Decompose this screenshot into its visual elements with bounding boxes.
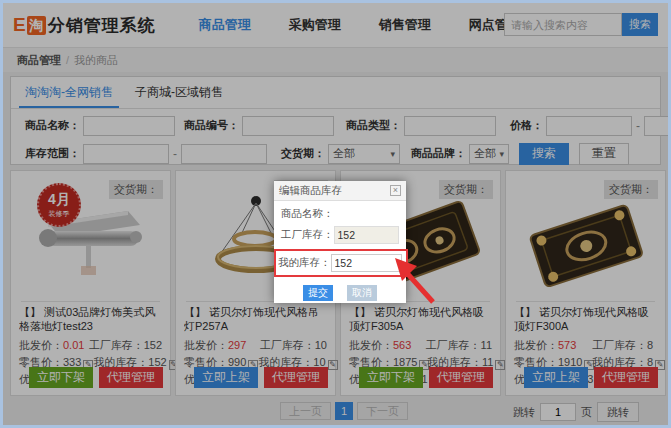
app-window: { "colors": { "accent": "#3a8ee6", "dang… bbox=[0, 0, 671, 428]
cancel-button[interactable]: 取消 bbox=[347, 285, 377, 301]
highlight-box: 我的库存： bbox=[274, 249, 408, 277]
modal-header[interactable]: 编辑商品库存 × bbox=[274, 181, 406, 201]
modal-actions: 提交 取消 bbox=[281, 285, 399, 301]
product-name-row: 商品名称： bbox=[281, 207, 399, 221]
modal-title: 编辑商品库存 bbox=[279, 184, 342, 198]
modal-product-name-label: 商品名称： bbox=[281, 207, 334, 221]
close-icon[interactable]: × bbox=[390, 185, 401, 196]
factory-stock-input bbox=[334, 226, 400, 244]
modal-factory-stock-label: 工厂库存： bbox=[281, 228, 334, 242]
my-stock-row: 我的库存： bbox=[278, 254, 402, 272]
factory-stock-row: 工厂库存： bbox=[281, 226, 399, 244]
modal-body: 商品名称： 工厂库存： 我的库存： 提交 取消 bbox=[274, 201, 406, 301]
submit-button[interactable]: 提交 bbox=[303, 285, 333, 301]
edit-stock-modal: 编辑商品库存 × 商品名称： 工厂库存： 我的库存： 提交 取消 bbox=[274, 181, 406, 303]
modal-my-stock-label: 我的库存： bbox=[278, 256, 331, 270]
annotation-arrow-icon bbox=[389, 256, 441, 308]
